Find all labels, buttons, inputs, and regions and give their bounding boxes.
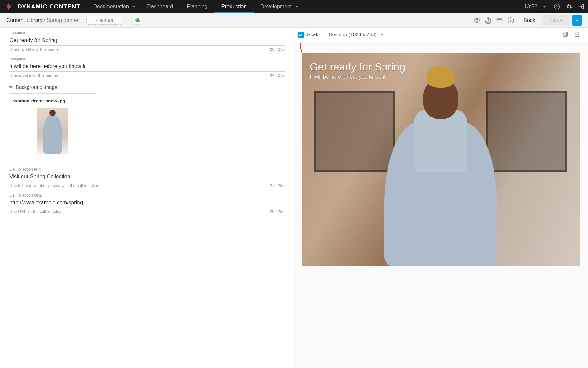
logout-icon[interactable] bbox=[575, 0, 588, 13]
cta-text-input[interactable] bbox=[9, 172, 285, 182]
field-help: The subtitle for this banner bbox=[10, 73, 58, 78]
image-filename: woman-dress-snow.jpg bbox=[13, 98, 92, 103]
preview-canvas: Get ready for Spring It will be here bef… bbox=[293, 42, 588, 368]
cloud-sync-icon[interactable] bbox=[134, 16, 142, 25]
breadcrumb-current: Spring banner bbox=[47, 17, 80, 23]
scale-checkbox[interactable] bbox=[298, 32, 304, 38]
cta-url-input[interactable] bbox=[9, 198, 285, 208]
visibility-icon[interactable] bbox=[471, 15, 483, 26]
info-icon[interactable] bbox=[505, 15, 516, 26]
device-selector[interactable]: Desktop (1024 x 768) bbox=[329, 32, 383, 38]
banner-preview: Get ready for Spring It will be here bef… bbox=[302, 53, 580, 266]
field-cta-text: Call to action text The text you want di… bbox=[6, 167, 285, 191]
nav-documentation[interactable]: Documentation bbox=[86, 0, 140, 13]
save-dropdown-button[interactable] bbox=[572, 15, 582, 26]
svg-marker-0 bbox=[6, 3, 12, 10]
copy-icon[interactable] bbox=[560, 29, 571, 40]
background-image-group-header[interactable]: Background image bbox=[9, 83, 285, 93]
time-zone-selector[interactable]: 13:52 bbox=[520, 3, 550, 10]
svg-text:?: ? bbox=[556, 4, 558, 8]
app-topbar: DYNAMIC CONTENT Documentation Dashboard … bbox=[0, 0, 588, 13]
open-external-icon[interactable] bbox=[571, 29, 582, 40]
help-icon[interactable]: ? bbox=[550, 0, 563, 13]
save-button[interactable]: Save bbox=[542, 15, 570, 26]
banner-strapline: It will be here before you know it bbox=[310, 74, 386, 80]
field-label: Call to action URL bbox=[9, 193, 285, 198]
banner-headline: Get ready for Spring bbox=[310, 61, 405, 73]
device-selected: Desktop (1024 x 768) bbox=[329, 32, 377, 38]
add-status-button[interactable]: + status bbox=[86, 16, 122, 25]
group-label: Background image bbox=[16, 85, 57, 90]
breadcrumb-root[interactable]: Content Library bbox=[6, 17, 43, 23]
nav-planning[interactable]: Planning bbox=[180, 0, 214, 13]
field-cta-url: Call to action URL The URL for the call … bbox=[6, 193, 285, 217]
scale-label: Scale bbox=[307, 32, 320, 38]
nav-production[interactable]: Production bbox=[214, 0, 253, 13]
background-image-card[interactable]: woman-dress-snow.jpg bbox=[9, 93, 96, 160]
editor-form-pane: Headline The main title of this banner 2… bbox=[0, 28, 293, 368]
field-help: The URL for the call to action bbox=[10, 209, 63, 214]
content-subbar: Content Library / Spring banner + status… bbox=[0, 13, 588, 28]
field-help: The main title of this banner bbox=[10, 47, 60, 52]
schedule-icon[interactable] bbox=[494, 15, 505, 26]
preview-toolbar: Scale Desktop (1024 x 768) 1 bbox=[293, 28, 588, 42]
field-label: Headline bbox=[9, 31, 285, 35]
char-count: 29 / 256 bbox=[270, 209, 285, 214]
image-thumbnail bbox=[37, 108, 68, 154]
app-brand: DYNAMIC CONTENT bbox=[18, 0, 86, 13]
field-strapline: Strapline The subtitle for this banner 3… bbox=[6, 57, 285, 81]
chevron-down-icon bbox=[9, 86, 13, 90]
headline-input[interactable] bbox=[9, 36, 285, 46]
svg-rect-4 bbox=[497, 18, 502, 23]
field-label: Strapline bbox=[9, 57, 285, 61]
settings-icon[interactable] bbox=[563, 0, 575, 13]
svg-point-3 bbox=[476, 19, 478, 21]
char-count: 27 / 256 bbox=[270, 183, 285, 188]
history-icon[interactable] bbox=[483, 15, 494, 26]
field-headline: Headline The main title of this banner 2… bbox=[6, 31, 285, 55]
nav-dashboard[interactable]: Dashboard bbox=[140, 0, 180, 13]
char-count: 20 / 256 bbox=[270, 47, 285, 52]
clock-time: 13:52 bbox=[524, 3, 537, 10]
app-logo-icon bbox=[3, 1, 14, 12]
breadcrumb-sep: / bbox=[43, 17, 47, 23]
char-count: 34 / 256 bbox=[270, 73, 285, 78]
back-button[interactable]: Back bbox=[516, 17, 542, 23]
field-help: The text you want displayed with the cal… bbox=[10, 183, 99, 188]
field-label: Call to action text bbox=[9, 167, 285, 172]
strapline-input[interactable] bbox=[9, 62, 285, 72]
preview-pane: Scale Desktop (1024 x 768) 1 bbox=[293, 28, 588, 368]
nav-development[interactable]: Development bbox=[254, 0, 303, 13]
